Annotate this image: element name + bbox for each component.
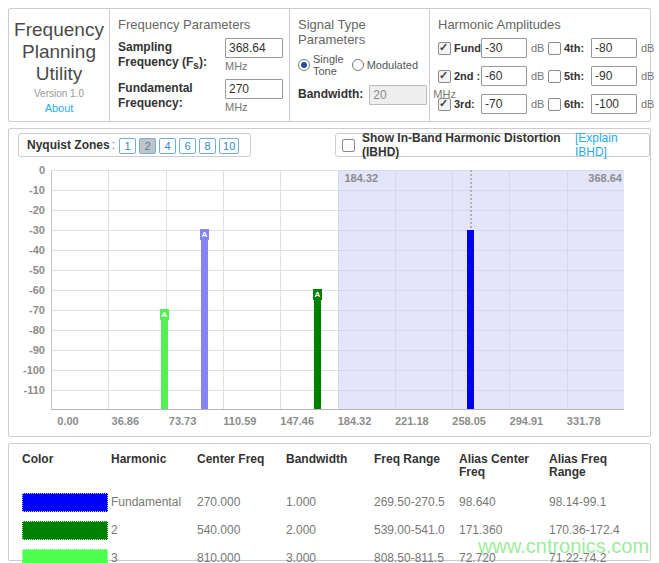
table-cell-alias_freq_range: 170.36-172.4: [549, 523, 650, 537]
harmonic-amplitude-input-4th[interactable]: [591, 38, 637, 58]
parameters-panel: Frequency Planning Utility Version 1.0 A…: [8, 8, 651, 122]
frequency-parameters-section: Frequency Parameters Sampling Frequency …: [109, 9, 289, 121]
x-axis-tick-label: 331.78: [562, 415, 606, 427]
harmonic-checkbox-2nd[interactable]: [438, 70, 451, 83]
y-axis-tick-label: 0: [17, 164, 45, 176]
signal-type-heading: Signal Type Parameters: [298, 17, 425, 47]
modulated-radio[interactable]: [352, 59, 364, 71]
app-title: Frequency Planning Utility: [13, 19, 105, 85]
color-cell: [22, 521, 111, 540]
y-axis-tick-label: -80: [17, 324, 45, 336]
harmonic-amplitude-input-6th[interactable]: [591, 94, 637, 114]
harmonic-unit-5th: dB: [641, 70, 654, 82]
harmonic-unit-3rd: dB: [531, 98, 544, 110]
harmonic-unit-2nd: dB: [531, 70, 544, 82]
harmonic-label-5th: 5th:: [564, 70, 591, 82]
color-cell: [22, 549, 111, 563]
table-header-cell: Color: [22, 453, 111, 466]
harmonic-amplitudes-section: Harmonic Amplitudes Fund:dB4th:dB2nd :dB…: [429, 9, 650, 121]
bandwidth-input[interactable]: [369, 85, 427, 105]
table-cell-alias_freq_range: 98.14-99.1: [549, 495, 650, 509]
harmonic-label-3rd: 3rd:: [454, 98, 481, 110]
harmonic-row-4th: 4th:dB: [548, 38, 659, 58]
table-row: 3810.0003.000808.50-811.572.72071.22-74.…: [22, 544, 650, 563]
alias-label-fundamental-alias: A: [200, 229, 209, 240]
table-cell-alias_center_freq: 98.640: [459, 495, 549, 509]
harmonic-checkbox-4th[interactable]: [548, 42, 561, 55]
x-axis-line: [51, 409, 624, 410]
harmonic-row-5th: 5th:dB: [548, 66, 659, 86]
chart-panel: Nyquist Zones : 1246810 Show In-Band Har…: [8, 128, 651, 437]
single-tone-label: Single Tone: [313, 53, 345, 77]
harmonic-unit-6th: dB: [641, 98, 654, 110]
about-link[interactable]: About: [45, 102, 74, 114]
fundamental-frequency-input[interactable]: [225, 79, 283, 99]
x-axis-tick-label: 147.46: [275, 415, 319, 427]
fundamental-frequency-unit: MHz: [225, 101, 283, 113]
x-axis-tick-label: 184.32: [333, 415, 377, 427]
sampling-frequency-label: Sampling Frequency (Fs):: [118, 38, 225, 73]
table-header-cell: Center Freq: [197, 453, 286, 466]
harmonic-bar-3rd-harmonic-alias: [161, 310, 168, 409]
harmonic-checkbox-5th[interactable]: [548, 70, 561, 83]
harmonic-label-2nd: 2nd :: [454, 70, 481, 82]
harmonic-amplitude-input-fund[interactable]: [481, 38, 527, 58]
table-cell-center_freq: 540.000: [197, 523, 286, 537]
y-axis-tick-label: -70: [17, 304, 45, 316]
single-tone-radio[interactable]: [298, 59, 310, 71]
y-axis-tick-label: -60: [17, 284, 45, 296]
table-row: Fundamental270.0001.000269.50-270.598.64…: [22, 488, 650, 516]
harmonic-checkbox-6th[interactable]: [548, 98, 561, 111]
harmonic-amplitude-input-2nd[interactable]: [481, 66, 527, 86]
y-axis-tick-label: -50: [17, 264, 45, 276]
harmonic-unit-4th: dB: [641, 42, 654, 54]
app-title-section: Frequency Planning Utility Version 1.0 A…: [9, 9, 109, 121]
x-axis-tick-label: 36.86: [103, 415, 147, 427]
harmonic-bar-fundamental-alias: [201, 230, 208, 409]
y-axis-tick-label: -110: [17, 384, 45, 396]
table-cell-freq_range: 539.00-541.0: [374, 523, 459, 537]
harmonic-bar-2nd-harmonic-alias: [314, 290, 321, 409]
harmonic-amplitude-input-3rd[interactable]: [481, 94, 527, 114]
zone-end-label: 368.64: [572, 172, 622, 184]
gridline: [108, 170, 109, 409]
y-axis-tick-label: -30: [17, 224, 45, 236]
y-axis-tick-label: -100: [17, 364, 45, 376]
harmonic-bar-fundamental: [467, 230, 474, 409]
modulated-label: Modulated: [367, 59, 418, 71]
table-cell-alias_center_freq: 72.720: [459, 551, 549, 563]
y-axis-tick-label: -20: [17, 204, 45, 216]
spectrum-chart: 0-10-20-30-40-50-60-70-80-90-100-1100.00…: [9, 129, 650, 436]
harmonic-label-4th: 4th:: [564, 42, 591, 54]
alias-label-2nd-harmonic-alias: A: [313, 289, 322, 300]
harmonic-amplitude-input-5th[interactable]: [591, 66, 637, 86]
gridline: [223, 170, 224, 409]
table-header-row: ColorHarmonicCenter FreqBandwidthFreq Ra…: [22, 453, 650, 479]
y-axis-tick-label: -90: [17, 344, 45, 356]
frequency-parameters-heading: Frequency Parameters: [118, 17, 283, 32]
harmonic-color-swatch: [22, 549, 108, 563]
table-cell-center_freq: 270.000: [197, 495, 286, 509]
x-axis-tick-label: 294.91: [504, 415, 548, 427]
table-cell-bandwidth: 3.000: [286, 551, 374, 563]
harmonic-row-3rd: 3rd:dB: [438, 94, 548, 114]
y-axis-tick-label: -10: [17, 184, 45, 196]
table-cell-bandwidth: 1.000: [286, 495, 374, 509]
y-axis-line: [51, 170, 52, 409]
bandwidth-label: Bandwidth:: [298, 85, 363, 102]
harmonic-unit-fund: dB: [531, 42, 544, 54]
harmonic-amplitudes-heading: Harmonic Amplitudes: [438, 17, 650, 32]
y-axis-tick-label: -40: [17, 244, 45, 256]
signal-type-section: Signal Type Parameters Single Tone Modul…: [289, 9, 429, 121]
harmonic-checkbox-fund[interactable]: [438, 42, 451, 55]
table-cell-alias_freq_range: 71.22-74.2: [549, 551, 650, 563]
x-axis-tick-label: 0.00: [46, 415, 90, 427]
harmonics-table-panel: ColorHarmonicCenter FreqBandwidthFreq Ra…: [8, 443, 651, 561]
harmonic-checkbox-3rd[interactable]: [438, 98, 451, 111]
table-header-cell: Freq Range: [374, 453, 459, 466]
table-row: 2540.0002.000539.00-541.0171.360170.36-1…: [22, 516, 650, 544]
sampling-frequency-input[interactable]: [225, 38, 283, 58]
harmonic-label-fund: Fund:: [454, 42, 481, 54]
zone-start-label: 184.32: [345, 172, 379, 184]
color-cell: [22, 493, 111, 512]
